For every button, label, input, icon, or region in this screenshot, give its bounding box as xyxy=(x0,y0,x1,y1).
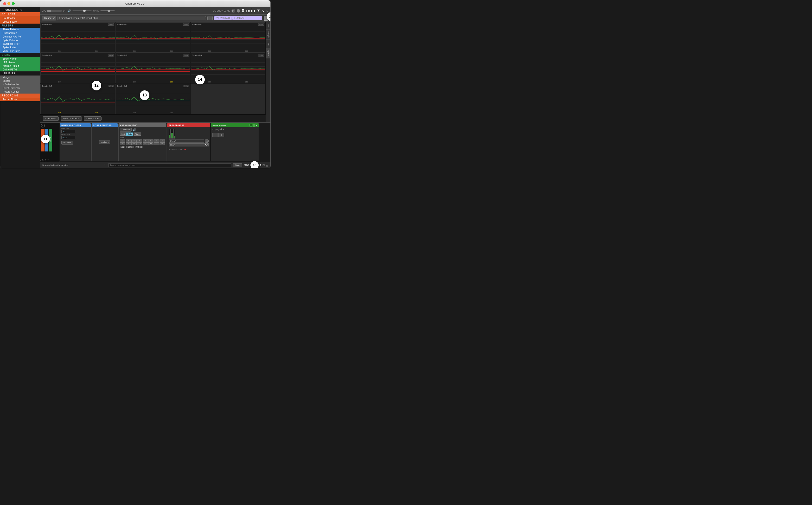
dropdown-arrow[interactable]: ▽ xyxy=(266,9,269,13)
display-size-plus[interactable]: + xyxy=(219,133,224,137)
sidebar-item-spike-detector[interactable]: Spike Detector xyxy=(0,38,40,42)
spike-detector-panel-header: SPIKE DETECTOR xyxy=(92,123,118,127)
spike-viewer-header-indicators: ▸ xyxy=(250,124,257,127)
volume-knob xyxy=(83,10,86,12)
spike-cell-4: Steretrode 4 MON xyxy=(40,53,115,83)
rec-path-input[interactable] xyxy=(169,140,204,143)
sidebar-item-arduino-output[interactable]: Arduino Output xyxy=(0,64,40,68)
ch-3[interactable]: 3 xyxy=(131,140,137,142)
tab-spikes[interactable]: Spikes xyxy=(266,48,270,58)
annotation-13: 13 xyxy=(140,91,149,100)
save-button[interactable]: Save xyxy=(233,163,243,167)
display-size-minus[interactable]: - xyxy=(213,133,218,137)
spike-cell-5-mon[interactable]: MON xyxy=(183,54,189,56)
sidebar-item-splitter[interactable]: Splitter xyxy=(0,79,40,83)
ch-5[interactable]: 5 xyxy=(143,140,148,142)
display-size-label: Display size: xyxy=(213,128,257,131)
ch-10[interactable]: 10 xyxy=(126,142,131,145)
none-button[interactable]: NONE xyxy=(126,146,134,148)
spike-cell-1-mon[interactable]: MON xyxy=(108,23,114,26)
ch-16[interactable]: 16 xyxy=(159,142,165,145)
spike-viewer-grid: Steretrode 1 MON xyxy=(40,22,266,115)
format-select[interactable]: Binary xyxy=(42,16,56,20)
sidebar-item-lfp-viewer[interactable]: LFP Viewer xyxy=(0,60,40,64)
audio-left-button[interactable]: Left xyxy=(120,133,126,136)
ch-6[interactable]: 6 xyxy=(148,140,153,142)
spike-cell-6-mon[interactable]: MON xyxy=(258,54,264,56)
volume-slider[interactable] xyxy=(73,10,92,11)
tab-info[interactable]: Info xyxy=(266,22,270,30)
sv-collapse-btn[interactable]: ▸ xyxy=(256,124,257,127)
rec-format-select[interactable]: Binary xyxy=(169,143,209,146)
configure-button[interactable]: configure xyxy=(99,140,110,144)
high-cut-input[interactable] xyxy=(61,136,76,139)
datetime-input[interactable] xyxy=(214,16,262,20)
maximize-button[interactable] xyxy=(12,2,15,5)
sidebar-item-audio-monitor[interactable]: > Audio Monitor xyxy=(0,83,40,86)
sidebar-item-online-psth[interactable]: Online PSTH xyxy=(0,68,40,71)
minimize-button[interactable] xyxy=(7,2,10,5)
spike-cell-2-mon[interactable]: MON xyxy=(183,23,189,26)
sidebar-item-merger[interactable]: Merger xyxy=(0,75,40,79)
spike-cell-6-label: Steretrode 6 xyxy=(192,54,202,56)
audio-both-button[interactable]: Both xyxy=(126,133,133,136)
sidebar-item-bandpass-filter[interactable]: Bandpass Filter xyxy=(0,42,40,46)
sidebar-item-record-control[interactable]: Record Control xyxy=(0,90,40,94)
status-separator: 〜 xyxy=(104,164,106,167)
bandpass-channels-button[interactable]: Channels xyxy=(61,141,73,145)
ch-7[interactable]: 7 xyxy=(154,140,159,142)
ch-1[interactable]: 1 xyxy=(120,140,125,142)
ch-15[interactable]: 15 xyxy=(154,142,159,145)
spike-cell-3-mon[interactable]: MON xyxy=(258,23,264,26)
ch-11[interactable]: 11 xyxy=(131,142,137,145)
bandpass-filter-panel: BANDPASS FILTER LOW_CUT HIGH_CUT Channel… xyxy=(60,123,91,161)
tab-lfp[interactable]: LFP xyxy=(266,40,270,48)
message-input[interactable] xyxy=(108,163,231,167)
spike-cell-4-mon[interactable]: MON xyxy=(108,54,114,56)
sidebar-item-record-node[interactable]: Record Node xyxy=(0,98,40,101)
rec-browse-button[interactable]: ... xyxy=(205,140,209,143)
spike-cell-7-mon[interactable]: MON xyxy=(108,85,114,87)
close-button[interactable] xyxy=(3,2,6,5)
rec-bar-2 xyxy=(171,129,173,139)
audio-monitor-panel: AUDIO MONITOR Channels 🔊 Left Both Right xyxy=(118,123,166,161)
ch-13[interactable]: 13 xyxy=(143,142,148,145)
sidebar-item-phase-detector[interactable]: Phase Detector xyxy=(0,28,40,31)
sig-label: SIG xyxy=(244,164,250,167)
ch-8[interactable]: 8 xyxy=(159,140,165,142)
filters-section: FILTERS xyxy=(0,24,40,28)
gate-slider[interactable] xyxy=(100,10,115,11)
range-button[interactable]: RANGE xyxy=(135,146,143,148)
spike-cell-3-label: Steretrode 3 xyxy=(192,23,202,25)
sidebar-item-spike-viewer[interactable]: Spike Viewer xyxy=(0,57,40,60)
clear-plots-button[interactable]: Clear Plots xyxy=(43,116,59,121)
browse-button[interactable]: ... xyxy=(208,16,213,20)
main-area: PROCESSORS SOURCES File Reader Ephys Soc… xyxy=(0,7,270,168)
low-cut-input[interactable] xyxy=(61,130,76,133)
audio-channels-button[interactable]: Channels xyxy=(120,128,132,132)
play-button[interactable]: ▶ xyxy=(232,9,235,13)
sidebar-item-common-avg-ref[interactable]: Common Avg Ref xyxy=(0,35,40,38)
ch-12[interactable]: 12 xyxy=(137,142,142,145)
all-button[interactable]: ALL xyxy=(120,146,125,148)
sidebar-item-multiband[interactable]: Multi-Band Integ xyxy=(0,49,40,53)
record-node-panel-header: RECORD NODE xyxy=(167,123,210,127)
sidebar-item-event-translator[interactable]: Event Translator xyxy=(0,86,40,90)
sidebar-item-spike-sorter[interactable]: Spike Sorter xyxy=(0,46,40,49)
ch-9[interactable]: 9 xyxy=(120,142,125,145)
sidebar-item-channel-map[interactable]: Channel Map xyxy=(0,31,40,35)
spike-cell-8-mon[interactable]: MON xyxy=(183,85,189,87)
invert-spikes-button[interactable]: Invert Spikes xyxy=(84,116,102,121)
ch-4[interactable]: 4 xyxy=(137,140,142,142)
spike-cell-5-label: Steretrode 5 xyxy=(117,54,127,56)
sidebar-item-file-reader[interactable]: File Reader xyxy=(0,16,40,20)
ch-2[interactable]: 2 xyxy=(126,140,131,142)
volume-icon[interactable]: 🔊 xyxy=(67,9,71,12)
ch-14[interactable]: 14 xyxy=(148,142,153,145)
lock-thresholds-button[interactable]: Lock Thresholds xyxy=(60,116,82,121)
tab-graph[interactable]: Graph xyxy=(266,30,270,40)
record-button[interactable] xyxy=(237,9,240,12)
path-input[interactable] xyxy=(57,16,206,20)
sidebar-item-ephys-socket[interactable]: Ephys Socket xyxy=(0,20,40,24)
audio-right-button[interactable]: Right xyxy=(134,133,141,136)
